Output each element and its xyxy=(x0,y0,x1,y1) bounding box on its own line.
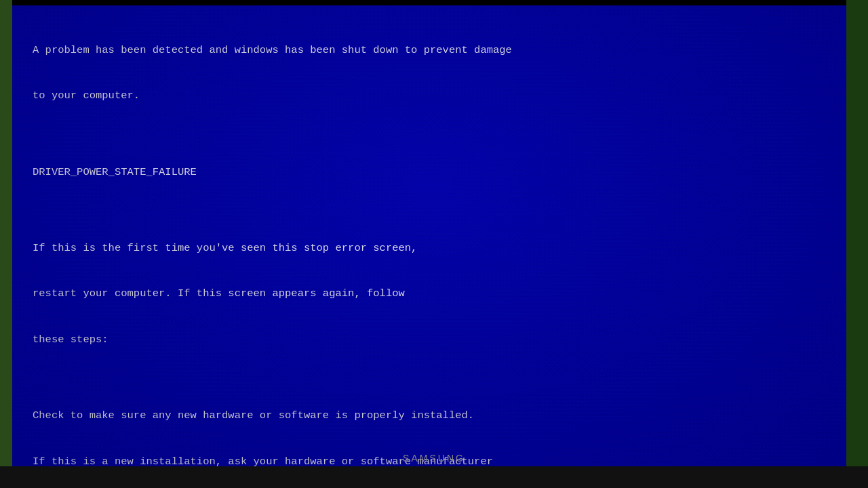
para1-line3: these steps: xyxy=(33,332,826,347)
bsod-screen: A problem has been detected and windows … xyxy=(12,5,846,466)
para1-line2: restart your computer. If this screen ap… xyxy=(33,286,826,301)
intro-line1: A problem has been detected and windows … xyxy=(33,43,826,58)
bg-bottom xyxy=(0,466,868,488)
outer-frame: A problem has been detected and windows … xyxy=(0,0,868,488)
samsung-label: SAMSUNG xyxy=(403,453,465,464)
error-code: DRIVER_POWER_STATE_FAILURE xyxy=(33,165,826,180)
bg-right xyxy=(846,0,868,488)
bsod-content: A problem has been detected and windows … xyxy=(12,5,846,466)
bg-left xyxy=(0,0,12,488)
intro-line2: to your computer. xyxy=(33,88,826,103)
para2-line1: Check to make sure any new hardware or s… xyxy=(33,408,826,423)
para1-line1: If this is the first time you've seen th… xyxy=(33,241,826,256)
